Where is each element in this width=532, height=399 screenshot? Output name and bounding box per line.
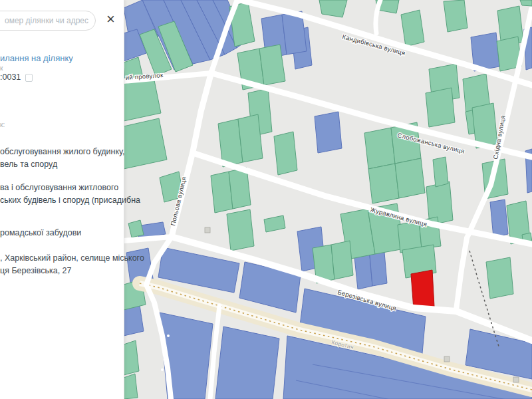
copy-icon[interactable] [25, 74, 33, 82]
parcel-link[interactable]: илання на ділянку [0, 53, 73, 63]
purpose2-line-2: ських будівель і споруд (присадибна [0, 194, 140, 207]
cadastral-number-text: :0031 [0, 72, 21, 82]
info-panel: × илання на ділянку к :0031 к: обслугову… [0, 0, 124, 399]
purpose-secondary-text: ва і обслуговування житлового ських буді… [0, 182, 140, 207]
purpose-line-2: вель та споруд [0, 158, 125, 171]
close-icon[interactable]: × [106, 12, 115, 27]
map-canvas[interactable]: Кандибівська вулиця Слобожанська вулиця … [124, 0, 532, 399]
cadastral-label-fragment: к [0, 65, 3, 72]
land-category-text: ромадської забудови [0, 227, 81, 239]
cadastral-number: :0031 [0, 72, 33, 82]
ownership-label-fragment: к: [0, 121, 5, 128]
address-line-1: , Харківський район, селище міського [0, 252, 144, 265]
purpose2-line-1: ва і обслуговування житлового [0, 182, 140, 194]
purpose-text: обслуговування жилого будинку, вель та с… [0, 146, 125, 171]
address-line-2: ця Березівська, 27 [0, 265, 144, 277]
purpose-line-1: обслуговування жилого будинку, [0, 146, 125, 158]
search-input[interactable] [0, 11, 96, 31]
selected-parcel[interactable] [411, 270, 434, 309]
address-text: , Харківський район, селище міського ця … [0, 252, 144, 277]
